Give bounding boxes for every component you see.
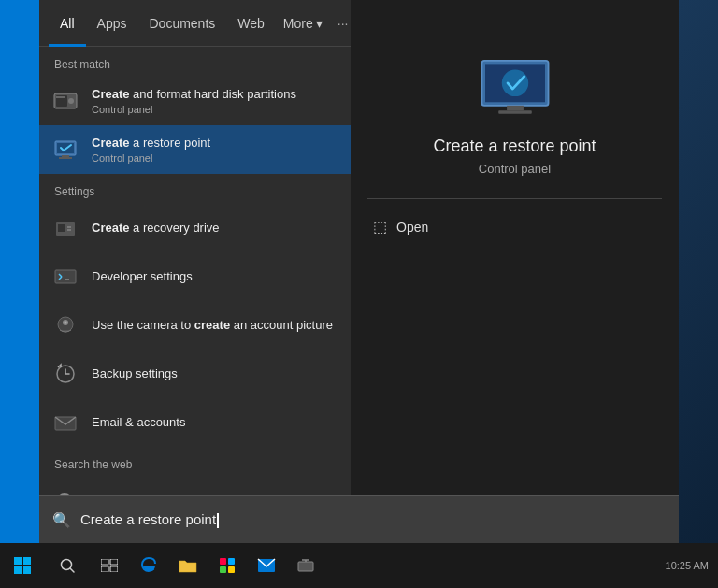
svg-rect-9: [58, 224, 65, 232]
list-item[interactable]: Backup settings ›: [39, 350, 390, 398]
list-item[interactable]: Developer settings ›: [39, 252, 390, 301]
list-item[interactable]: Create and format hard disk partitions C…: [39, 77, 390, 125]
item7-text: Email & accounts: [92, 415, 375, 431]
item6-text: Backup settings: [92, 366, 375, 382]
item3-text: Create a recovery drive: [92, 221, 375, 237]
taskbar-search-button[interactable]: [45, 543, 90, 588]
taskbar: 10:25 AM: [0, 543, 718, 588]
results-list: Best match Create and format hard disk p…: [39, 47, 390, 495]
best-match-label: Best match: [39, 47, 390, 77]
detail-panel: Create a restore point Control panel ⬚ O…: [351, 0, 679, 495]
list-item[interactable]: Email & accounts ›: [39, 398, 390, 447]
open-icon: ⬚: [373, 218, 387, 236]
mail-icon[interactable]: [247, 543, 286, 588]
list-item[interactable]: Use the camera to create an account pict…: [39, 301, 390, 350]
tab-apps[interactable]: Apps: [86, 8, 138, 38]
svg-rect-26: [498, 110, 532, 114]
search-panel: All Apps Documents Web More ▾ ··· ✕ Best…: [39, 0, 390, 495]
svg-line-33: [70, 568, 74, 572]
hard-disk-icon: [50, 86, 80, 116]
svg-rect-31: [23, 566, 31, 574]
system-tray: 10:25 AM: [666, 560, 718, 571]
tab-documents[interactable]: Documents: [137, 8, 226, 38]
svg-rect-6: [62, 155, 69, 157]
detail-title: Create a restore point: [433, 136, 596, 156]
search-bar: 🔍 Create a restore point: [39, 495, 679, 543]
blue-accent-bar: [0, 0, 39, 543]
svg-rect-11: [67, 229, 71, 231]
svg-rect-39: [228, 558, 235, 565]
search-web-label: Search the web: [39, 447, 390, 477]
list-item[interactable]: Create a restore point Control panel: [39, 125, 390, 174]
email-icon: [50, 408, 80, 437]
svg-rect-40: [220, 566, 226, 573]
restore-point-icon: [50, 135, 80, 165]
item4-text: Developer settings: [92, 269, 375, 285]
svg-rect-34: [101, 559, 108, 565]
tab-all[interactable]: All: [49, 8, 86, 38]
store-icon[interactable]: [208, 543, 247, 588]
svg-rect-43: [298, 562, 313, 571]
detail-divider: [367, 198, 663, 199]
svg-point-18: [65, 322, 67, 324]
svg-point-2: [68, 98, 74, 104]
item2-text: Create a restore point Control panel: [92, 136, 379, 165]
network-icon[interactable]: [286, 543, 325, 588]
open-label: Open: [396, 220, 428, 235]
settings-label: Settings: [39, 174, 390, 204]
svg-rect-38: [220, 558, 226, 565]
svg-rect-41: [228, 566, 235, 573]
svg-rect-28: [14, 557, 22, 565]
web-search-icon: [50, 486, 80, 495]
backup-icon: [50, 359, 80, 389]
taskview-button[interactable]: [90, 543, 129, 588]
svg-rect-10: [67, 226, 71, 228]
developer-settings-icon: [50, 262, 80, 292]
svg-rect-3: [56, 96, 65, 98]
svg-rect-36: [101, 566, 108, 572]
detail-monitor-icon: [478, 56, 553, 122]
camera-icon: [50, 310, 80, 340]
tab-more[interactable]: More ▾: [276, 8, 330, 38]
search-input[interactable]: Create a restore point: [80, 511, 666, 528]
tab-web[interactable]: Web: [226, 8, 276, 38]
svg-rect-12: [55, 270, 76, 283]
svg-rect-35: [110, 559, 118, 565]
item5-text: Use the camera to create an account pict…: [92, 318, 375, 334]
svg-rect-29: [23, 557, 31, 565]
open-button[interactable]: ⬚ Open: [351, 218, 428, 236]
recovery-drive-icon: [50, 213, 80, 243]
item1-text: Create and format hard disk partitions C…: [92, 87, 375, 116]
svg-rect-7: [59, 157, 72, 159]
detail-subtitle: Control panel: [479, 162, 551, 176]
svg-rect-30: [14, 566, 22, 574]
tabs-bar: All Apps Documents Web More ▾ ··· ✕: [39, 0, 390, 47]
list-item[interactable]: create - See web results ›: [39, 477, 390, 495]
edge-icon[interactable]: [129, 543, 168, 588]
svg-rect-37: [110, 566, 118, 572]
search-bar-icon: 🔍: [52, 511, 71, 529]
file-explorer-icon[interactable]: [168, 543, 208, 588]
list-item[interactable]: Create a recovery drive ›: [39, 204, 390, 252]
svg-point-27: [501, 69, 527, 95]
svg-rect-25: [507, 105, 524, 109]
start-button[interactable]: [0, 543, 45, 588]
